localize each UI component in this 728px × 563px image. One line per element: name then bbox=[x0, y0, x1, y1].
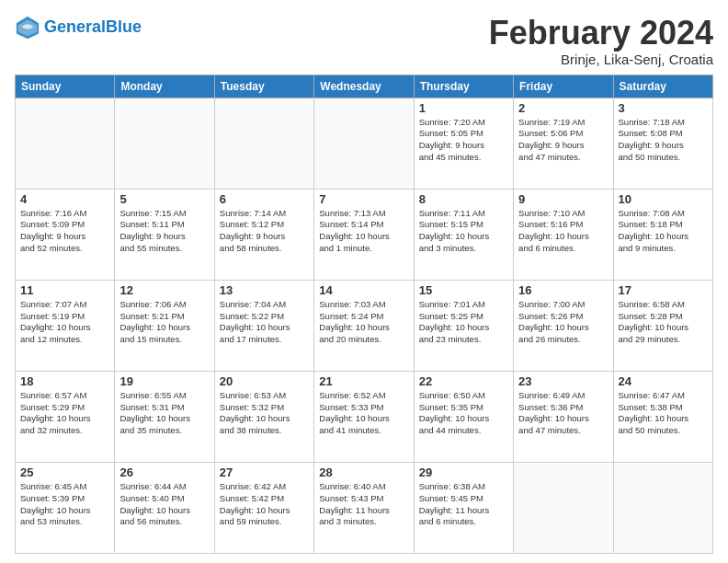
calendar-cell: 10Sunrise: 7:08 AMSunset: 5:18 PMDayligh… bbox=[613, 189, 712, 280]
day-number: 18 bbox=[20, 374, 109, 388]
calendar-header-saturday: Saturday bbox=[613, 75, 712, 98]
header: GeneralBlue February 2024 Brinje, Lika-S… bbox=[15, 15, 713, 67]
logo: GeneralBlue bbox=[15, 15, 142, 40]
calendar-cell bbox=[514, 462, 613, 553]
calendar-cell: 26Sunrise: 6:44 AMSunset: 5:40 PMDayligh… bbox=[115, 462, 214, 553]
page: GeneralBlue February 2024 Brinje, Lika-S… bbox=[0, 0, 728, 563]
day-number: 9 bbox=[518, 192, 608, 206]
calendar-cell: 7Sunrise: 7:13 AMSunset: 5:14 PMDaylight… bbox=[314, 189, 414, 280]
calendar-cell: 14Sunrise: 7:03 AMSunset: 5:24 PMDayligh… bbox=[314, 280, 414, 371]
day-number: 28 bbox=[319, 465, 408, 479]
day-info: Sunrise: 7:19 AMSunset: 5:06 PMDaylight:… bbox=[518, 117, 608, 164]
day-number: 11 bbox=[20, 283, 109, 297]
day-info: Sunrise: 6:40 AMSunset: 5:43 PMDaylight:… bbox=[319, 481, 408, 528]
day-info: Sunrise: 7:20 AMSunset: 5:05 PMDaylight:… bbox=[419, 117, 508, 164]
day-number: 8 bbox=[419, 192, 508, 206]
calendar-cell: 11Sunrise: 7:07 AMSunset: 5:19 PMDayligh… bbox=[16, 280, 115, 371]
calendar-cell: 15Sunrise: 7:01 AMSunset: 5:25 PMDayligh… bbox=[414, 280, 513, 371]
calendar-cell bbox=[613, 462, 712, 553]
day-info: Sunrise: 6:50 AMSunset: 5:35 PMDaylight:… bbox=[419, 390, 508, 437]
day-info: Sunrise: 7:07 AMSunset: 5:19 PMDaylight:… bbox=[20, 299, 109, 346]
day-info: Sunrise: 7:10 AMSunset: 5:16 PMDaylight:… bbox=[518, 208, 608, 255]
calendar-week-4: 18Sunrise: 6:57 AMSunset: 5:29 PMDayligh… bbox=[16, 371, 713, 462]
calendar-cell: 18Sunrise: 6:57 AMSunset: 5:29 PMDayligh… bbox=[16, 371, 115, 462]
day-number: 6 bbox=[220, 192, 309, 206]
calendar-cell: 1Sunrise: 7:20 AMSunset: 5:05 PMDaylight… bbox=[414, 98, 513, 189]
day-info: Sunrise: 6:44 AMSunset: 5:40 PMDaylight:… bbox=[119, 481, 209, 528]
day-number: 23 bbox=[518, 374, 608, 388]
day-number: 21 bbox=[319, 374, 408, 388]
day-info: Sunrise: 6:47 AMSunset: 5:38 PMDaylight:… bbox=[619, 390, 708, 437]
day-info: Sunrise: 6:58 AMSunset: 5:28 PMDaylight:… bbox=[619, 299, 708, 346]
calendar-cell bbox=[314, 98, 414, 189]
calendar-week-1: 1Sunrise: 7:20 AMSunset: 5:05 PMDaylight… bbox=[16, 98, 713, 189]
day-number: 24 bbox=[619, 374, 708, 388]
day-info: Sunrise: 7:14 AMSunset: 5:12 PMDaylight:… bbox=[220, 208, 309, 255]
day-number: 17 bbox=[619, 283, 708, 297]
day-info: Sunrise: 7:13 AMSunset: 5:14 PMDaylight:… bbox=[319, 208, 408, 255]
day-number: 26 bbox=[119, 465, 209, 479]
calendar-cell: 12Sunrise: 7:06 AMSunset: 5:21 PMDayligh… bbox=[115, 280, 214, 371]
calendar-header-sunday: Sunday bbox=[16, 75, 115, 98]
calendar-week-2: 4Sunrise: 7:16 AMSunset: 5:09 PMDaylight… bbox=[16, 189, 713, 280]
day-number: 5 bbox=[119, 192, 209, 206]
day-info: Sunrise: 6:42 AMSunset: 5:42 PMDaylight:… bbox=[220, 481, 309, 528]
calendar-cell: 2Sunrise: 7:19 AMSunset: 5:06 PMDaylight… bbox=[514, 98, 613, 189]
day-number: 22 bbox=[419, 374, 508, 388]
day-number: 14 bbox=[319, 283, 408, 297]
calendar-header-wednesday: Wednesday bbox=[314, 75, 414, 98]
day-info: Sunrise: 6:52 AMSunset: 5:33 PMDaylight:… bbox=[319, 390, 408, 437]
day-number: 27 bbox=[220, 465, 309, 479]
calendar-cell: 8Sunrise: 7:11 AMSunset: 5:15 PMDaylight… bbox=[414, 189, 513, 280]
calendar-cell bbox=[115, 98, 214, 189]
calendar-cell: 5Sunrise: 7:15 AMSunset: 5:11 PMDaylight… bbox=[115, 189, 214, 280]
day-number: 15 bbox=[419, 283, 508, 297]
day-info: Sunrise: 6:57 AMSunset: 5:29 PMDaylight:… bbox=[20, 390, 109, 437]
logo-text: GeneralBlue bbox=[44, 18, 142, 37]
calendar-cell: 23Sunrise: 6:49 AMSunset: 5:36 PMDayligh… bbox=[514, 371, 613, 462]
day-number: 3 bbox=[619, 101, 708, 115]
calendar-cell: 3Sunrise: 7:18 AMSunset: 5:08 PMDaylight… bbox=[613, 98, 712, 189]
day-info: Sunrise: 7:16 AMSunset: 5:09 PMDaylight:… bbox=[20, 208, 109, 255]
logo-general: General bbox=[44, 17, 106, 36]
day-number: 2 bbox=[518, 101, 608, 115]
calendar-cell bbox=[16, 98, 115, 189]
calendar-cell: 27Sunrise: 6:42 AMSunset: 5:42 PMDayligh… bbox=[214, 462, 313, 553]
calendar-header-friday: Friday bbox=[514, 75, 613, 98]
day-number: 4 bbox=[20, 192, 109, 206]
day-info: Sunrise: 7:04 AMSunset: 5:22 PMDaylight:… bbox=[220, 299, 309, 346]
day-number: 19 bbox=[119, 374, 209, 388]
calendar-cell: 9Sunrise: 7:10 AMSunset: 5:16 PMDaylight… bbox=[514, 189, 613, 280]
main-title: February 2024 bbox=[489, 15, 713, 52]
calendar-header-tuesday: Tuesday bbox=[214, 75, 313, 98]
calendar-cell: 13Sunrise: 7:04 AMSunset: 5:22 PMDayligh… bbox=[214, 280, 313, 371]
calendar-cell: 19Sunrise: 6:55 AMSunset: 5:31 PMDayligh… bbox=[115, 371, 214, 462]
day-info: Sunrise: 6:38 AMSunset: 5:45 PMDaylight:… bbox=[419, 481, 508, 528]
day-number: 25 bbox=[20, 465, 109, 479]
day-number: 7 bbox=[319, 192, 408, 206]
calendar-cell: 20Sunrise: 6:53 AMSunset: 5:32 PMDayligh… bbox=[214, 371, 313, 462]
logo-icon bbox=[15, 15, 40, 40]
day-info: Sunrise: 7:15 AMSunset: 5:11 PMDaylight:… bbox=[119, 208, 209, 255]
title-block: February 2024 Brinje, Lika-Senj, Croatia bbox=[489, 15, 713, 67]
calendar-cell: 24Sunrise: 6:47 AMSunset: 5:38 PMDayligh… bbox=[613, 371, 712, 462]
calendar-cell: 28Sunrise: 6:40 AMSunset: 5:43 PMDayligh… bbox=[314, 462, 414, 553]
calendar-week-3: 11Sunrise: 7:07 AMSunset: 5:19 PMDayligh… bbox=[16, 280, 713, 371]
calendar-table: SundayMondayTuesdayWednesdayThursdayFrid… bbox=[15, 75, 713, 554]
day-info: Sunrise: 7:18 AMSunset: 5:08 PMDaylight:… bbox=[619, 117, 708, 164]
day-info: Sunrise: 7:06 AMSunset: 5:21 PMDaylight:… bbox=[119, 299, 209, 346]
day-number: 12 bbox=[119, 283, 209, 297]
logo-blue: Blue bbox=[106, 17, 142, 36]
calendar-week-5: 25Sunrise: 6:45 AMSunset: 5:39 PMDayligh… bbox=[16, 462, 713, 553]
calendar-cell: 25Sunrise: 6:45 AMSunset: 5:39 PMDayligh… bbox=[16, 462, 115, 553]
calendar-header-thursday: Thursday bbox=[414, 75, 513, 98]
day-info: Sunrise: 6:45 AMSunset: 5:39 PMDaylight:… bbox=[20, 481, 109, 528]
calendar-header-row: SundayMondayTuesdayWednesdayThursdayFrid… bbox=[16, 75, 713, 98]
day-number: 16 bbox=[518, 283, 608, 297]
calendar-cell: 29Sunrise: 6:38 AMSunset: 5:45 PMDayligh… bbox=[414, 462, 513, 553]
day-info: Sunrise: 6:49 AMSunset: 5:36 PMDaylight:… bbox=[518, 390, 608, 437]
calendar-cell: 4Sunrise: 7:16 AMSunset: 5:09 PMDaylight… bbox=[16, 189, 115, 280]
day-info: Sunrise: 7:11 AMSunset: 5:15 PMDaylight:… bbox=[419, 208, 508, 255]
day-info: Sunrise: 7:00 AMSunset: 5:26 PMDaylight:… bbox=[518, 299, 608, 346]
day-info: Sunrise: 7:01 AMSunset: 5:25 PMDaylight:… bbox=[419, 299, 508, 346]
